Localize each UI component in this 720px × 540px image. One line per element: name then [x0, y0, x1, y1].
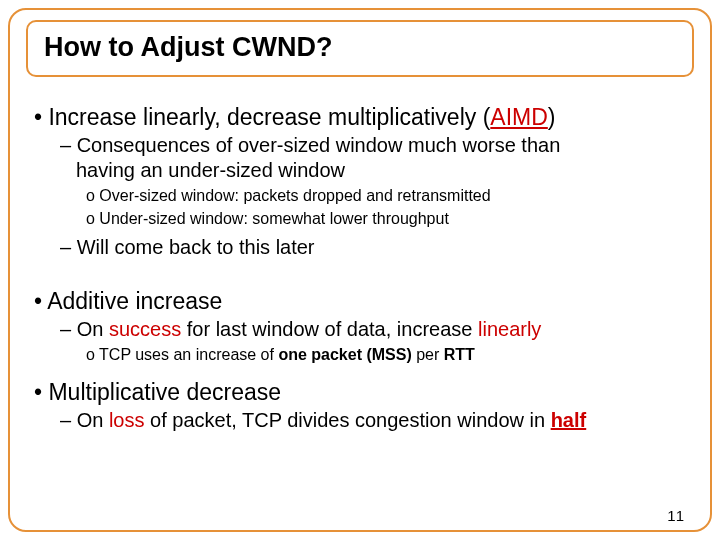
sub-consequences-line2: having an under-sized window — [76, 158, 694, 183]
sub-success: – On success for last window of data, in… — [60, 317, 694, 342]
text: – On — [60, 318, 109, 340]
word-rtt: RTT — [444, 346, 475, 363]
text: o TCP uses an increase of — [86, 346, 278, 363]
text: • Increase linearly, decrease multiplica… — [34, 104, 490, 130]
sub-consequences-line1: – Consequences of over-sized window much… — [60, 133, 694, 158]
text: – On — [60, 409, 109, 431]
text: per — [412, 346, 444, 363]
page-number: 11 — [667, 507, 684, 524]
subsub-oversized: o Over-sized window: packets dropped and… — [86, 186, 694, 206]
word-linearly: linearly — [478, 318, 541, 340]
slide-content: • Increase linearly, decrease multiplica… — [34, 98, 694, 433]
title-box: How to Adjust CWND? — [26, 20, 694, 77]
word-half: half — [551, 409, 587, 431]
subsub-tcp-increase: o TCP uses an increase of one packet (MS… — [86, 345, 694, 365]
word-one-packet: one packet (MSS) — [278, 346, 411, 363]
bullet-additive: • Additive increase — [34, 288, 694, 315]
slide-title: How to Adjust CWND? — [44, 32, 676, 63]
word-loss: loss — [109, 409, 145, 431]
bullet-aimd: • Increase linearly, decrease multiplica… — [34, 104, 694, 131]
text: for last window of data, increase — [181, 318, 478, 340]
sub-loss: – On loss of packet, TCP divides congest… — [60, 408, 694, 433]
text: ) — [548, 104, 556, 130]
word-success: success — [109, 318, 181, 340]
subsub-undersized: o Under-sized window: somewhat lower thr… — [86, 209, 694, 229]
bullet-multiplicative: • Multiplicative decrease — [34, 379, 694, 406]
text: of packet, TCP divides congestion window… — [145, 409, 551, 431]
sub-comeback: – Will come back to this later — [60, 235, 694, 260]
aimd-term: AIMD — [490, 104, 548, 130]
